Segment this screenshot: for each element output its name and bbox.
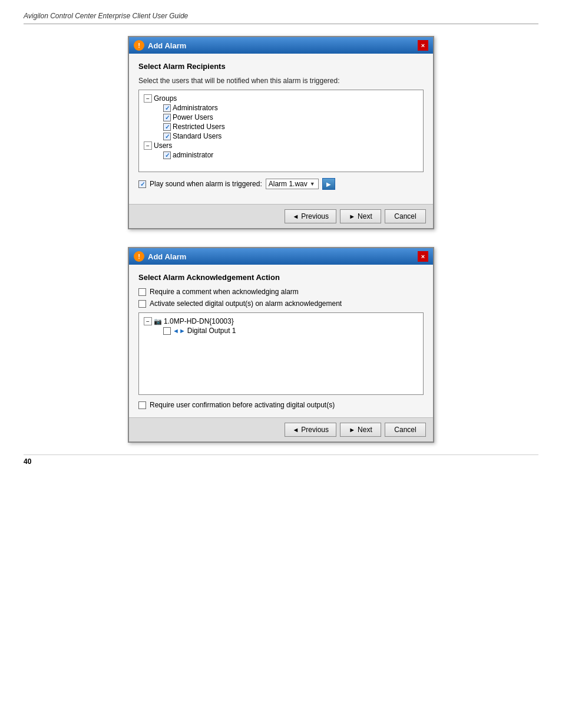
previous-button-2[interactable]: ◄ Previous	[285, 423, 336, 437]
groups-label: Groups	[154, 94, 177, 103]
sound-row: ✓ Play sound when alarm is triggered: Al…	[138, 178, 424, 190]
tree-item-standard-users: ✓ Standard Users	[144, 131, 418, 141]
section-title-2: Select Alarm Acknowledgement Action	[138, 273, 424, 282]
page-number: 40	[24, 454, 538, 466]
dialog-title-1: Add Alarm	[148, 41, 186, 50]
next-icon-2: ►	[349, 426, 355, 433]
dropdown-arrow: ▼	[310, 181, 315, 187]
label-administrators: Administrators	[173, 104, 218, 112]
users-label: Users	[154, 141, 172, 150]
cancel-button-2[interactable]: Cancel	[385, 423, 426, 437]
check-mark-3: ✓	[165, 124, 170, 130]
page-num-text: 40	[24, 457, 31, 466]
sound-file: Alarm 1.wav	[269, 180, 308, 188]
check-mark-2: ✓	[165, 114, 170, 121]
label-administrator: administrator	[173, 151, 213, 159]
tree-item-device: − 📷 1.0MP-HD-DN{10003}	[144, 317, 418, 326]
close-button-1[interactable]: ×	[418, 40, 428, 51]
dialog-titlebar-1: ! Add Alarm ×	[129, 37, 433, 54]
next-label-1: Next	[358, 212, 372, 220]
device-label: 1.0MP-HD-DN{10003}	[164, 317, 234, 325]
section-title-1: Select Alarm Recipients	[138, 62, 424, 71]
close-button-2[interactable]: ×	[418, 251, 428, 262]
checkbox-restricted-users[interactable]: ✓	[163, 123, 171, 131]
label-activate-digital: Activate selected digital output(s) on a…	[150, 299, 342, 308]
previous-label-1: Previous	[301, 212, 329, 220]
check-mark-5: ✓	[165, 152, 170, 159]
checkbox-digital-output-1[interactable]	[163, 327, 171, 335]
expand-groups[interactable]: −	[144, 94, 152, 103]
checkbox-require-comment[interactable]	[138, 288, 146, 296]
next-icon-1: ►	[349, 213, 355, 220]
checkbox-require-confirmation[interactable]	[138, 401, 146, 409]
next-button-1[interactable]: ► Next	[340, 209, 381, 223]
dialog-title-2: Add Alarm	[148, 252, 186, 261]
checkbox-activate-digital[interactable]	[138, 300, 146, 308]
tree-item-restricted-users: ✓ Restricted Users	[144, 122, 418, 131]
check-mark-4: ✓	[165, 133, 170, 140]
dialog-body-2: Select Alarm Acknowledgement Action Requ…	[129, 265, 433, 417]
header-title: Avigilon Control Center Enterprise Clien…	[24, 12, 188, 20]
label-standard-users: Standard Users	[173, 132, 222, 140]
checkbox-power-users[interactable]: ✓	[163, 114, 171, 121]
checkbox-administrators[interactable]: ✓	[163, 104, 171, 112]
previous-button-1[interactable]: ◄ Previous	[285, 209, 336, 223]
previous-label-2: Previous	[301, 426, 329, 434]
page-header: Avigilon Control Center Enterprise Clien…	[24, 12, 538, 24]
check-mark: ✓	[165, 105, 170, 111]
tree-item-users: − Users	[144, 141, 418, 150]
sound-checkbox[interactable]: ✓	[138, 180, 146, 188]
alarm-icon-2: !	[134, 251, 144, 262]
sound-dropdown[interactable]: Alarm 1.wav ▼	[266, 179, 319, 189]
previous-icon-1: ◄	[292, 213, 299, 220]
cancel-button-1[interactable]: Cancel	[385, 209, 426, 223]
dialog-footer-2: ◄ Previous ► Next Cancel	[129, 417, 433, 442]
next-label-2: Next	[358, 426, 372, 434]
label-restricted-users: Restricted Users	[173, 123, 225, 131]
dialog-titlebar-2: ! Add Alarm ×	[129, 248, 433, 265]
section-desc-1: Select the users that will be notified w…	[138, 77, 424, 85]
sound-label: Play sound when alarm is triggered:	[150, 180, 262, 188]
dialog-add-alarm-2: ! Add Alarm × Select Alarm Acknowledgeme…	[128, 247, 434, 443]
label-power-users: Power Users	[173, 113, 213, 121]
recipients-tree: − Groups ✓ Administrators ✓ Power Users	[138, 90, 424, 172]
tree-item-administrators: ✓ Administrators	[144, 103, 418, 113]
tree-item-groups: − Groups	[144, 94, 418, 103]
digital-out-icon: ◄►	[173, 327, 186, 334]
titlebar-left-1: ! Add Alarm	[134, 40, 186, 51]
dialog-footer-1: ◄ Previous ► Next Cancel	[129, 204, 433, 228]
previous-icon-2: ◄	[292, 426, 299, 433]
label-require-comment: Require a comment when acknowledging ala…	[150, 288, 299, 296]
checkbox-administrator[interactable]: ✓	[163, 151, 171, 159]
expand-users[interactable]: −	[144, 141, 152, 150]
cancel-label-2: Cancel	[394, 426, 416, 434]
alarm-icon-1: !	[134, 40, 144, 51]
label-require-confirmation: Require user confirmation before activat…	[150, 401, 335, 409]
tree-item-digital-output: ◄► Digital Output 1	[144, 326, 418, 335]
dialog-add-alarm-1: ! Add Alarm × Select Alarm Recipients Se…	[128, 36, 434, 229]
digital-output-tree: − 📷 1.0MP-HD-DN{10003} ◄► Digital Output…	[138, 312, 424, 395]
label-digital-output-1: Digital Output 1	[187, 327, 236, 335]
tree-item-administrator: ✓ administrator	[144, 150, 418, 160]
titlebar-left-2: ! Add Alarm	[134, 251, 186, 262]
expand-device[interactable]: −	[144, 317, 152, 325]
tree-item-power-users: ✓ Power Users	[144, 113, 418, 122]
cam-icon: 📷	[154, 318, 162, 325]
checkbox-standard-users[interactable]: ✓	[163, 133, 171, 140]
next-button-2[interactable]: ► Next	[340, 423, 381, 437]
cancel-label-1: Cancel	[394, 212, 416, 220]
play-button[interactable]: ▶	[322, 178, 335, 190]
dialog-body-1: Select Alarm Recipients Select the users…	[129, 54, 433, 204]
